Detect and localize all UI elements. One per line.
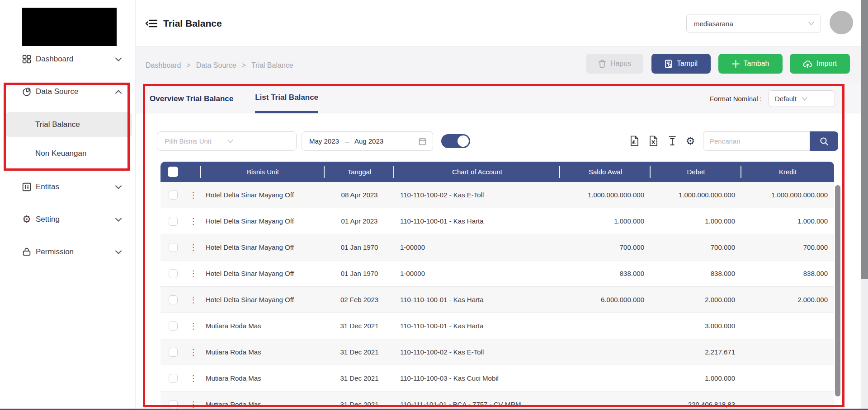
grid-icon xyxy=(21,54,32,65)
business-unit-select[interactable]: Pilih Bisnis Unit xyxy=(157,131,297,151)
sidebar-item-dashboard[interactable]: Dashboard xyxy=(0,43,135,75)
sidebar-item-label: Dashboard xyxy=(36,55,115,64)
sidebar-item-entitas[interactable]: Entitas xyxy=(0,171,135,203)
chevron-down-icon xyxy=(115,57,122,61)
cell-chart-of-account: 1-00000 xyxy=(394,270,560,277)
sidebar-item-permission[interactable]: Permission xyxy=(0,236,135,268)
row-checkbox[interactable] xyxy=(169,400,178,409)
row-checkbox[interactable] xyxy=(169,295,178,304)
page-scrollbar[interactable] xyxy=(861,0,868,410)
cell-debet: 2.000.000 xyxy=(651,296,741,303)
row-checkbox[interactable] xyxy=(169,348,178,357)
business-unit-placeholder: Pilih Bisnis Unit xyxy=(165,137,227,145)
row-menu-icon[interactable]: ⋮ xyxy=(185,217,201,225)
row-menu-icon[interactable]: ⋮ xyxy=(185,243,201,252)
table-row: ⋮ Hotel Delta Sinar Mayang Off 01 Jan 19… xyxy=(160,261,834,287)
sidebar-item-label: Setting xyxy=(36,215,115,224)
import-button-label: Import xyxy=(816,60,837,68)
chevron-down-icon xyxy=(808,22,814,25)
row-menu-icon[interactable]: ⋮ xyxy=(185,270,201,278)
cell-kredit: 700.000 xyxy=(741,243,834,251)
row-menu-icon[interactable]: ⋮ xyxy=(185,348,201,356)
sidebar-subitem-label: Trial Balance xyxy=(35,120,80,129)
cell-chart-of-account: 110-111-101-01 - BCA - 7757 - CV MRM xyxy=(394,401,560,408)
sidebar-item-setting[interactable]: ⚙ Setting xyxy=(0,203,135,236)
cell-saldo-awal: 838.000 xyxy=(560,270,651,277)
add-button[interactable]: Tambah xyxy=(718,54,783,74)
cell-debet: 838.000 xyxy=(651,270,741,277)
table-scrollbar-thumb[interactable] xyxy=(835,185,840,396)
app-logo xyxy=(22,8,117,46)
page-scrollbar-thumb[interactable] xyxy=(861,0,868,279)
date-end: Aug 2023 xyxy=(354,137,383,145)
tenant-select[interactable]: mediasarana xyxy=(686,14,821,33)
toggle-knob xyxy=(458,135,469,147)
table-settings-icon[interactable]: ⚙ xyxy=(684,135,696,147)
search-input[interactable] xyxy=(703,131,810,151)
sidebar-subitem-non-keuangan[interactable]: Non Keuangan xyxy=(0,141,135,166)
top-header: Trial Balance mediasarana xyxy=(136,0,861,47)
date-start: May 2023 xyxy=(309,137,339,145)
row-checkbox[interactable] xyxy=(169,374,178,383)
main-area: Trial Balance mediasarana Dashboard > Da… xyxy=(136,0,861,410)
column-tanggal[interactable]: Tanggal xyxy=(325,162,394,182)
row-menu-icon[interactable]: ⋮ xyxy=(185,191,201,199)
row-menu-icon[interactable]: ⋮ xyxy=(185,374,201,382)
export-excel-icon[interactable] xyxy=(647,135,659,147)
column-saldo-awal[interactable]: Saldo Awal xyxy=(560,162,651,182)
row-checkbox[interactable] xyxy=(169,321,178,331)
column-debet[interactable]: Debet xyxy=(651,162,741,182)
breadcrumb-data-source[interactable]: Data Source xyxy=(196,61,236,70)
sliders-icon xyxy=(21,182,32,192)
tab-overview-trial-balance[interactable]: Overview Trial Balance xyxy=(150,84,233,113)
chevron-down-icon xyxy=(115,218,122,222)
select-all-checkbox[interactable] xyxy=(168,167,178,177)
cell-chart-of-account: 110-110-100-01 - Kas Harta xyxy=(394,322,560,330)
row-checkbox[interactable] xyxy=(169,269,178,278)
table-row: ⋮ Hotel Delta Sinar Mayang Off 01 Apr 20… xyxy=(160,208,834,234)
row-height-icon[interactable] xyxy=(666,135,678,147)
export-pdf-icon[interactable] xyxy=(628,135,640,147)
row-menu-icon[interactable]: ⋮ xyxy=(185,401,201,409)
table-row: ⋮ Hotel Delta Sinar Mayang Off 02 Feb 20… xyxy=(160,287,834,313)
cell-tanggal: 01 Jan 1970 xyxy=(325,243,394,251)
breadcrumb: Dashboard > Data Source > Trial Balance xyxy=(146,47,293,84)
row-checkbox[interactable] xyxy=(169,243,178,252)
row-checkbox[interactable] xyxy=(169,217,178,226)
cell-bisnis-unit: Hotel Delta Sinar Mayang Off xyxy=(201,296,325,303)
filter-toggle[interactable] xyxy=(441,134,470,148)
cell-tanggal: 31 Dec 2021 xyxy=(325,374,394,382)
sidebar-item-data-source[interactable]: Data Source xyxy=(0,75,135,108)
cell-debet: 700.000 xyxy=(651,243,741,251)
search-button[interactable] xyxy=(810,131,838,151)
cell-chart-of-account: 110-110-100-03 - Kas Cuci Mobil xyxy=(394,374,560,382)
cell-tanggal: 02 Feb 2023 xyxy=(325,296,394,303)
import-button[interactable]: Import xyxy=(790,54,850,74)
delete-button-label: Hapus xyxy=(610,60,631,68)
cell-bisnis-unit: Mutiara Roda Mas xyxy=(201,374,325,382)
column-actions xyxy=(185,162,201,182)
sidebar: Dashboard Data Source Trial Balance Non … xyxy=(0,0,136,410)
format-nominal-label: Format Nominal : xyxy=(710,95,762,102)
row-menu-icon[interactable]: ⋮ xyxy=(185,296,201,304)
avatar[interactable] xyxy=(830,11,853,34)
delete-button[interactable]: Hapus xyxy=(586,54,643,74)
date-range-picker[interactable]: May 2023 → Aug 2023 xyxy=(302,131,433,151)
format-nominal-value: Default xyxy=(775,95,802,102)
column-bisnis-unit[interactable]: Bisnis Unit xyxy=(201,162,325,182)
cell-bisnis-unit: Mutiara Roda Mas xyxy=(201,401,325,408)
tab-list-trial-balance[interactable]: List Trial Balance xyxy=(255,84,318,113)
cell-tanggal: 01 Apr 2023 xyxy=(325,217,394,225)
menu-fold-icon[interactable] xyxy=(146,19,157,28)
row-menu-icon[interactable]: ⋮ xyxy=(185,322,201,330)
show-button[interactable]: Tampil xyxy=(651,54,711,74)
cell-debet: 2.217.671 xyxy=(651,348,741,356)
breadcrumb-dashboard[interactable]: Dashboard xyxy=(146,61,181,70)
sidebar-subitem-trial-balance[interactable]: Trial Balance xyxy=(6,112,132,137)
row-checkbox[interactable] xyxy=(169,191,178,200)
column-chart-of-account[interactable]: Chart of Account xyxy=(394,162,560,182)
breadcrumb-trial-balance[interactable]: Trial Balance xyxy=(251,61,293,70)
format-nominal-select[interactable]: Default xyxy=(768,90,835,107)
column-kredit[interactable]: Kredit xyxy=(741,162,834,182)
cell-chart-of-account: 110-110-100-02 - Kas E-Toll xyxy=(394,348,560,356)
